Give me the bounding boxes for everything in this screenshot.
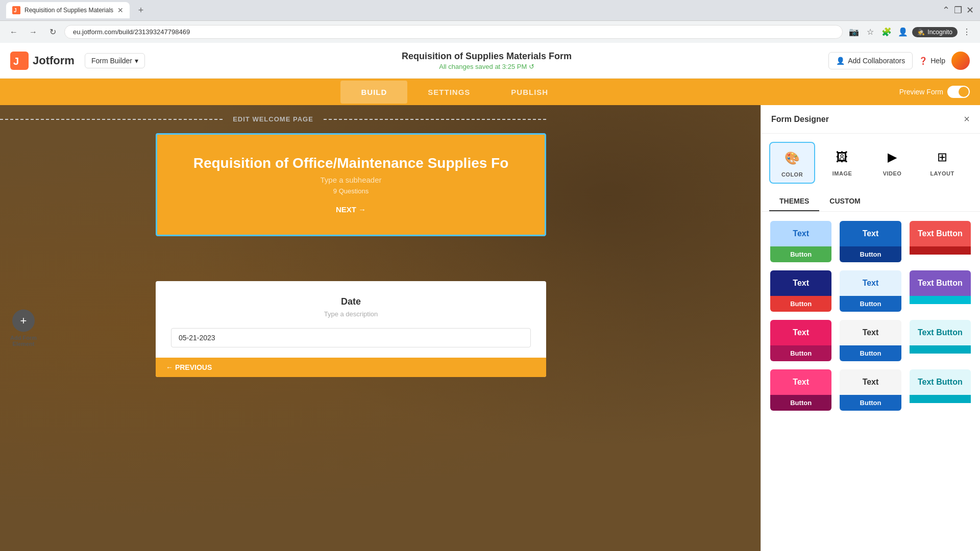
- form-builder-button[interactable]: Form Builder ▾: [85, 53, 145, 68]
- svg-text:J: J: [14, 8, 17, 13]
- tab-settings[interactable]: SETTINGS: [407, 81, 491, 104]
- theme-8-text: Text: [840, 320, 901, 345]
- logo-text: Jotform: [33, 54, 75, 67]
- user-avatar[interactable]: [951, 52, 970, 70]
- toolbar-icons: 📷 ☆ 🧩 👤 🕵 Incognito ⋮: [847, 25, 974, 39]
- address-bar[interactable]: eu.jotform.com/build/231393247798469: [64, 25, 843, 39]
- welcome-card-questions: 9 Questions: [178, 187, 524, 195]
- theme-card-3[interactable]: Text Button: [909, 220, 972, 263]
- browser-toolbar: ← → ↻ eu.jotform.com/build/2313932477984…: [0, 20, 980, 43]
- browser-chrome: J Requisition of Supplies Materials ✕ + …: [0, 0, 980, 43]
- help-button[interactable]: ❓ Help: [919, 57, 945, 65]
- theme-card-10[interactable]: Text Button: [769, 368, 832, 412]
- bookmark-icon[interactable]: ☆: [863, 25, 877, 39]
- date-card: Date Type a description ← PREVIOUS: [156, 281, 546, 377]
- help-label: Help: [930, 57, 945, 65]
- add-element-label: Add FormElement: [10, 335, 37, 347]
- add-collaborators-button[interactable]: 👤 Add Collaborators: [828, 52, 913, 69]
- camera-icon[interactable]: 📷: [847, 25, 861, 39]
- panel-close-button[interactable]: ×: [964, 113, 970, 125]
- theme-1-button: Button: [770, 246, 831, 262]
- color-icon: 🎨: [782, 148, 802, 168]
- toggle-knob: [959, 87, 969, 97]
- image-icon: 🖼: [832, 147, 852, 167]
- theme-11-text: Text: [840, 369, 901, 395]
- new-tab-button[interactable]: +: [134, 3, 148, 17]
- save-status: All changes saved at 3:25 PM ↺: [155, 63, 818, 70]
- collab-icon: 👤: [836, 57, 845, 65]
- layout-tab-label: LAYOUT: [930, 170, 954, 177]
- date-card-bottom: ← PREVIOUS: [156, 358, 546, 377]
- tab-close-button[interactable]: ✕: [117, 6, 124, 14]
- address-text: eu.jotform.com/build/231393247798469: [73, 28, 190, 36]
- themes-grid: Text Button Text Button Text Button Text…: [761, 212, 980, 420]
- next-button[interactable]: NEXT →: [336, 205, 366, 214]
- edit-welcome-dashed-right: [324, 119, 546, 120]
- panel-tab-video[interactable]: ▶ VIDEO: [869, 142, 915, 184]
- theme-card-11[interactable]: Text Button: [839, 368, 902, 412]
- edit-welcome-dashed-left: [0, 119, 223, 120]
- preview-toggle-switch[interactable]: [947, 86, 970, 98]
- help-icon: ❓: [919, 57, 927, 65]
- panel-subtab-custom[interactable]: CUSTOM: [819, 192, 870, 211]
- layout-icon: ⊞: [932, 147, 952, 167]
- header-actions: 👤 Add Collaborators ❓ Help: [828, 52, 970, 70]
- theme-5-text: Text: [840, 270, 901, 296]
- form-title: Requisition of Supplies Materials Form: [155, 51, 818, 62]
- theme-9-bottom: [910, 345, 971, 354]
- panel-tab-layout[interactable]: ⊞ LAYOUT: [919, 142, 965, 184]
- tab-build[interactable]: BUILD: [340, 81, 407, 104]
- window-controls: ⌃ ❐ ✕: [942, 5, 974, 16]
- logo: J Jotform: [10, 52, 75, 70]
- theme-card-12[interactable]: Text Button: [909, 368, 972, 412]
- main-area: EDIT WELCOME PAGE + Add FormElement Requ…: [0, 105, 980, 551]
- restore-icon[interactable]: ❐: [954, 5, 962, 16]
- menu-icon[interactable]: ⋮: [960, 25, 974, 39]
- close-icon[interactable]: ✕: [966, 5, 974, 16]
- add-collab-label: Add Collaborators: [848, 57, 905, 65]
- canvas: EDIT WELCOME PAGE + Add FormElement Requ…: [0, 105, 761, 551]
- back-button[interactable]: ←: [6, 24, 21, 40]
- theme-card-7[interactable]: Text Button: [769, 319, 832, 362]
- previous-button[interactable]: ← PREVIOUS: [166, 363, 212, 371]
- tab-title: Requisition of Supplies Materials: [24, 7, 113, 14]
- theme-12-bottom: [910, 395, 971, 403]
- profile-icon[interactable]: 👤: [896, 25, 910, 39]
- welcome-card-content[interactable]: Requisition of Office/Maintenance Suppli…: [156, 133, 546, 236]
- forward-button[interactable]: →: [26, 24, 41, 40]
- panel-subtab-themes[interactable]: THEMES: [769, 192, 819, 211]
- panel-header: Form Designer ×: [761, 105, 980, 134]
- refresh-button[interactable]: ↻: [45, 24, 60, 40]
- edit-welcome-bar: EDIT WELCOME PAGE: [0, 115, 546, 123]
- add-element-circle-button[interactable]: +: [12, 310, 35, 332]
- theme-card-2[interactable]: Text Button: [839, 220, 902, 263]
- header-center: Requisition of Supplies Materials Form A…: [155, 51, 818, 70]
- theme-card-6[interactable]: Text Button: [909, 269, 972, 313]
- browser-titlebar: J Requisition of Supplies Materials ✕ + …: [0, 0, 980, 20]
- theme-card-8[interactable]: Text Button: [839, 319, 902, 362]
- theme-2-button: Button: [840, 246, 901, 262]
- welcome-card: Requisition of Office/Maintenance Suppli…: [156, 133, 546, 236]
- theme-card-4[interactable]: Text Button: [769, 269, 832, 313]
- theme-card-1[interactable]: Text Button: [769, 220, 832, 263]
- orange-nav-tabs: BUILD SETTINGS PUBLISH: [10, 81, 899, 104]
- form-builder-chevron: ▾: [135, 57, 138, 65]
- date-card-description: Type a description: [171, 310, 531, 318]
- theme-1-text: Text: [770, 221, 831, 246]
- extensions-icon[interactable]: 🧩: [879, 25, 894, 39]
- panel-tab-image[interactable]: 🖼 IMAGE: [819, 142, 865, 184]
- browser-tab[interactable]: J Requisition of Supplies Materials ✕: [6, 2, 130, 18]
- theme-5-button: Button: [840, 296, 901, 312]
- theme-2-text: Text: [840, 221, 901, 246]
- theme-card-5[interactable]: Text Button: [839, 269, 902, 313]
- theme-6-text: Text Button: [910, 270, 971, 296]
- edit-welcome-text: EDIT WELCOME PAGE: [233, 115, 313, 123]
- theme-card-9[interactable]: Text Button: [909, 319, 972, 362]
- minimize-icon[interactable]: ⌃: [942, 5, 950, 16]
- panel-tab-color[interactable]: 🎨 COLOR: [769, 142, 815, 184]
- incognito-icon: 🕵: [917, 29, 925, 36]
- date-input[interactable]: [171, 328, 531, 347]
- theme-8-button: Button: [840, 345, 901, 361]
- tab-publish[interactable]: PUBLISH: [491, 81, 569, 104]
- add-form-element[interactable]: + Add FormElement: [10, 310, 37, 347]
